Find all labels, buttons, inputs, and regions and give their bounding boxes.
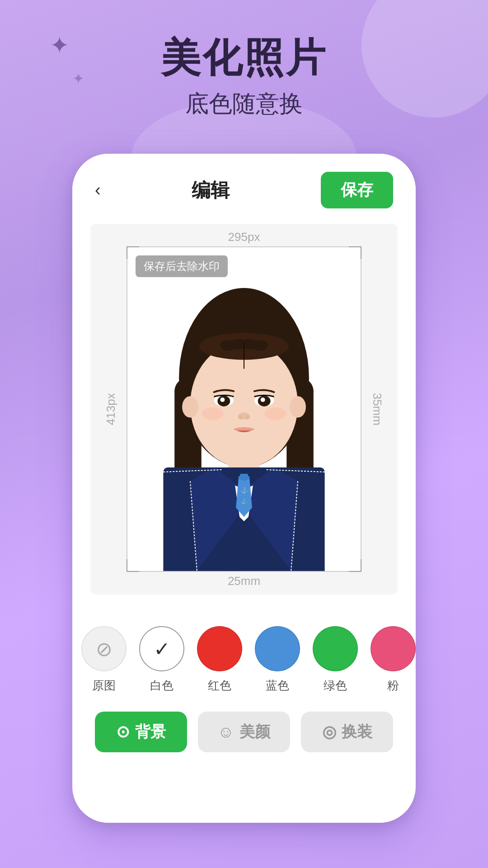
color-circle-white: ✓ — [139, 626, 184, 671]
color-option-green[interactable]: 绿色 — [313, 626, 358, 693]
phone-topbar: ‹ 编辑 保存 — [72, 154, 416, 219]
color-option-blue[interactable]: 蓝色 — [255, 626, 300, 693]
photo-edit-area: 295px 25mm 413px 35mm 保存后去除水印 — [90, 224, 398, 594]
color-label-white: 白色 — [150, 678, 174, 693]
svg-text:⚓: ⚓ — [241, 498, 248, 505]
color-label-blue: 蓝色 — [266, 678, 289, 693]
dimension-right: 35mm — [370, 393, 384, 425]
back-button[interactable]: ‹ — [95, 180, 101, 200]
color-circle-green — [313, 626, 358, 671]
tab-label-outfit: 换装 — [342, 722, 372, 742]
svg-point-20 — [245, 415, 250, 420]
portrait-photo: ⚓ ⚓ — [127, 247, 361, 571]
color-label-green: 绿色 — [324, 678, 347, 693]
no-color-icon: ⊘ — [96, 637, 113, 660]
color-label-original: 原图 — [92, 678, 116, 693]
color-circle-red — [197, 626, 242, 671]
tools-spacer — [72, 594, 416, 613]
svg-point-10 — [252, 340, 268, 351]
svg-point-17 — [261, 397, 265, 402]
color-option-original[interactable]: ⊘原图 — [81, 626, 127, 693]
svg-point-19 — [238, 415, 243, 420]
color-selector: ⊘原图✓白色红色蓝色绿色粉 — [72, 613, 416, 698]
phone-mockup: ‹ 编辑 保存 295px 25mm 413px 35mm 保存后去除水印 — [72, 154, 416, 823]
bottom-tabs: ⊙背景☺美颜◎换装 — [72, 698, 416, 770]
tab-beauty[interactable]: ☺美颜 — [198, 712, 290, 752]
header-title: 美化照片 — [0, 36, 488, 80]
photo-frame: 保存后去除水印 — [127, 246, 361, 572]
color-circle-pink — [371, 626, 416, 671]
color-label-red: 红色 — [208, 678, 231, 693]
page-title: 编辑 — [192, 178, 230, 203]
color-circle-blue — [255, 626, 300, 671]
tab-outfit[interactable]: ◎换装 — [301, 712, 393, 752]
tab-icon-beauty: ☺ — [218, 722, 235, 741]
color-option-pink[interactable]: 粉 — [371, 626, 416, 693]
check-icon: ✓ — [154, 637, 170, 660]
svg-point-22 — [265, 407, 286, 420]
color-option-white[interactable]: ✓白色 — [139, 626, 184, 693]
color-option-red[interactable]: 红色 — [197, 626, 242, 693]
save-button[interactable]: 保存 — [321, 172, 393, 208]
tab-label-beauty: 美颜 — [239, 722, 270, 742]
svg-point-23 — [182, 396, 198, 418]
tab-icon-background: ⊙ — [116, 722, 130, 741]
svg-text:⚓: ⚓ — [241, 486, 249, 494]
header-subtitle: 底色随意换 — [0, 88, 488, 120]
svg-point-21 — [202, 407, 224, 420]
svg-point-24 — [290, 396, 306, 418]
color-label-pink: 粉 — [387, 678, 399, 693]
dimension-left: 413px — [104, 393, 118, 425]
tab-icon-outfit: ◎ — [322, 722, 336, 741]
dimension-bottom: 25mm — [228, 574, 260, 588]
svg-point-14 — [220, 397, 225, 402]
color-circle-original: ⊘ — [81, 626, 127, 671]
dimension-top: 295px — [228, 230, 260, 244]
header-section: 美化照片 底色随意换 — [0, 0, 488, 120]
tab-background[interactable]: ⊙背景 — [95, 712, 187, 752]
watermark-badge: 保存后去除水印 — [136, 255, 228, 277]
tab-label-background: 背景 — [135, 722, 166, 742]
